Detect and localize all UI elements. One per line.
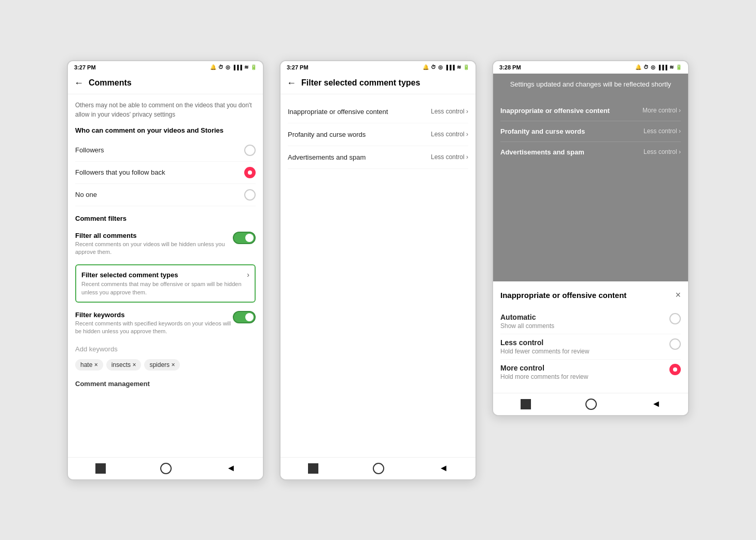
bottom-nav-3: ◄	[493, 393, 688, 415]
keyword-spiders[interactable]: spiders ×	[144, 359, 180, 371]
radio-no-one-circle[interactable]	[244, 189, 256, 201]
sheet-close-button[interactable]: ×	[675, 290, 681, 301]
option-more-sub: Hold more comments for review	[500, 373, 669, 380]
gray-section: Inappropriate or offensive content More …	[493, 95, 688, 281]
bottom-sheet: Inappropriate or offensive content × Aut…	[493, 281, 688, 393]
radio-followers[interactable]: Followers	[75, 139, 256, 162]
status-icons-3: 🔔 ⏱ ◎ ▐▐▐ ≋ 🔋	[635, 64, 682, 70]
status-bar-3: 3:28 PM 🔔 ⏱ ◎ ▐▐▐ ≋ 🔋	[493, 61, 688, 74]
filter-keywords-label: Filter keywords	[75, 311, 228, 319]
bottom-nav-2: ◄	[281, 457, 475, 479]
nav-back-2[interactable]: ◄	[439, 463, 448, 474]
filter-ads-row[interactable]: Advertisements and spam Less control ›	[288, 146, 468, 169]
radio-followers-circle[interactable]	[244, 145, 256, 156]
settings-banner: Settings updated and changes will be ref…	[493, 74, 688, 95]
filter-keywords-toggle[interactable]	[233, 311, 256, 323]
comment-filters-heading: Comment filters	[75, 215, 256, 222]
screens-container: 3:27 PM 🔔 ⏱ ◎ ▐▐▐ ≋ 🔋 ← Comments Others …	[67, 60, 689, 480]
gray-inappropriate-control[interactable]: More control ›	[642, 107, 681, 114]
comment-mgmt-heading: Comment management	[75, 376, 256, 388]
screen1-title: Comments	[89, 78, 257, 88]
nav-back-1[interactable]: ◄	[226, 463, 235, 474]
gray-spacer	[500, 162, 681, 276]
filter-selected-row[interactable]: Filter selected comment types › Recent c…	[75, 264, 256, 303]
option-more-title: More control	[500, 364, 669, 372]
screen1-frame: 3:27 PM 🔔 ⏱ ◎ ▐▐▐ ≋ 🔋 ← Comments Others …	[67, 60, 264, 480]
keyword-insects[interactable]: insects ×	[106, 359, 142, 371]
radio-followers-back[interactable]: Followers that you follow back	[75, 162, 256, 184]
gray-profanity-control[interactable]: Less control ›	[643, 127, 681, 135]
option-less-title: Less control	[500, 338, 669, 347]
screen2-header: ← Filter selected comment types	[281, 74, 475, 94]
filter-inappropriate-label: Inappropriate or offensive content	[288, 108, 388, 116]
settings-banner-text: Settings updated and changes will be ref…	[510, 80, 671, 88]
sheet-title: Inappropriate or offensive content	[500, 291, 626, 300]
time-2: 3:27 PM	[287, 64, 309, 70]
option-more-radio[interactable]	[669, 364, 681, 375]
radio-followers-label: Followers	[75, 146, 104, 154]
screen2-frame: 3:27 PM 🔔 ⏱ ◎ ▐▐▐ ≋ 🔋 ← Filter selected …	[279, 60, 477, 480]
radio-followers-back-label: Followers that you follow back	[75, 168, 165, 176]
nav-square-3[interactable]	[521, 399, 531, 409]
filter-profanity-label: Profanity and curse words	[288, 131, 366, 138]
filter-selected-sub: Recent comments that may be offensive or…	[81, 280, 249, 296]
screen2-title: Filter selected comment types	[301, 78, 469, 88]
bottom-sheet-header: Inappropriate or offensive content ×	[500, 290, 681, 301]
nav-square-1[interactable]	[95, 463, 106, 474]
screen1-content: Others may not be able to comment on the…	[68, 94, 263, 457]
gray-profanity-row[interactable]: Profanity and curse words Less control ›	[500, 121, 681, 142]
radio-followers-back-circle[interactable]	[244, 167, 256, 178]
gray-inappropriate-label: Inappropriate or offensive content	[500, 107, 610, 115]
filter-keywords-row: Filter keywords Recent comments with spe…	[75, 307, 256, 340]
gray-inappropriate-row[interactable]: Inappropriate or offensive content More …	[500, 101, 681, 121]
status-bar-1: 3:27 PM 🔔 ⏱ ◎ ▐▐▐ ≋ 🔋	[68, 61, 263, 74]
filter-inappropriate-row[interactable]: Inappropriate or offensive content Less …	[288, 101, 468, 123]
bottom-nav-1: ◄	[68, 457, 263, 479]
gray-ads-label: Advertisements and spam	[500, 148, 584, 156]
gray-ads-row[interactable]: Advertisements and spam Less control ›	[500, 142, 681, 162]
add-keywords-placeholder[interactable]: Add keywords	[75, 340, 256, 357]
option-automatic-sub: Show all comments	[500, 322, 669, 330]
keyword-hate[interactable]: hate ×	[75, 359, 103, 371]
nav-home-1[interactable]	[160, 463, 172, 474]
time-1: 3:27 PM	[74, 64, 96, 70]
status-bar-2: 3:27 PM 🔔 ⏱ ◎ ▐▐▐ ≋ 🔋	[281, 61, 475, 74]
radio-no-one[interactable]: No one	[75, 184, 256, 206]
filter-selected-chevron: ›	[247, 271, 249, 279]
nav-home-2[interactable]	[373, 463, 384, 474]
filter-profanity-row[interactable]: Profanity and curse words Less control ›	[288, 123, 468, 146]
filter-profanity-control[interactable]: Less control ›	[431, 131, 468, 138]
filter-selected-label: Filter selected comment types	[81, 271, 178, 279]
filter-all-row: Filter all comments Recent comments on y…	[75, 228, 256, 261]
status-icons-2: 🔔 ⏱ ◎ ▐▐▐ ≋ 🔋	[423, 64, 469, 70]
filter-ads-control[interactable]: Less control ›	[431, 153, 468, 161]
who-can-comment-heading: Who can comment on your videos and Stori…	[75, 126, 256, 134]
option-less-radio[interactable]	[669, 338, 681, 350]
screen1-subtitle: Others may not be able to comment on the…	[75, 101, 256, 119]
back-button-2[interactable]: ←	[287, 78, 296, 89]
filter-ads-label: Advertisements and spam	[288, 153, 366, 161]
filter-all-sub: Recent comments on your videos will be h…	[75, 240, 233, 257]
nav-back-3[interactable]: ◄	[651, 399, 661, 409]
screen2-content: Inappropriate or offensive content Less …	[281, 94, 475, 457]
keyword-tags: hate × insects × spiders ×	[75, 357, 256, 376]
option-more-row[interactable]: More control Hold more comments for revi…	[500, 360, 681, 385]
radio-no-one-label: No one	[75, 191, 97, 198]
filter-inappropriate-control[interactable]: Less control ›	[431, 108, 468, 115]
gray-ads-control[interactable]: Less control ›	[643, 148, 681, 155]
gray-profanity-label: Profanity and curse words	[500, 127, 585, 135]
status-icons-1: 🔔 ⏱ ◎ ▐▐▐ ≋ 🔋	[210, 64, 257, 70]
time-3: 3:28 PM	[499, 64, 521, 70]
option-less-row[interactable]: Less control Hold fewer comments for rev…	[500, 334, 681, 360]
nav-square-2[interactable]	[308, 463, 318, 474]
filter-all-label: Filter all comments	[75, 232, 228, 239]
option-automatic-row[interactable]: Automatic Show all comments	[500, 309, 681, 334]
nav-home-3[interactable]	[585, 399, 597, 410]
back-button-1[interactable]: ←	[74, 78, 83, 89]
option-automatic-title: Automatic	[500, 313, 669, 321]
option-automatic-radio[interactable]	[669, 313, 681, 324]
filter-all-toggle[interactable]	[233, 232, 256, 244]
screen3-frame: 3:28 PM 🔔 ⏱ ◎ ▐▐▐ ≋ 🔋 Settings updated a…	[492, 60, 689, 416]
screen1-header: ← Comments	[68, 74, 263, 94]
filter-keywords-sub: Recent comments with specified keywords …	[75, 320, 233, 336]
